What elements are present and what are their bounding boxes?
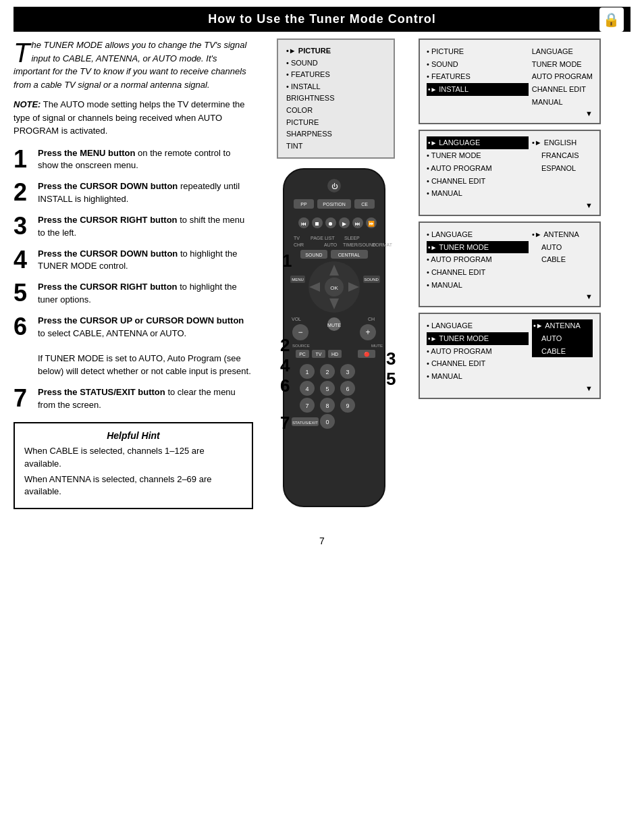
page-header: How to Use the Tuner Mode Control 🔒 (14, 7, 630, 32)
p4-channel: CHANNEL EDIT (427, 357, 529, 370)
menu-top-right: BRIGHTNESS COLOR PICTURE SHARPNESS TINT (286, 93, 340, 152)
p4-tuner: TUNER MODE (427, 332, 529, 345)
svg-text:1: 1 (305, 369, 308, 375)
step-6: 6 Press the CURSOR UP or CURSOR DOWN but… (14, 315, 253, 378)
svg-text:2: 2 (325, 369, 329, 375)
p1-picture: PICTURE (427, 45, 529, 58)
p4-r-cable: CABLE (532, 345, 593, 358)
svg-text:3: 3 (346, 369, 349, 375)
p3-r-arrow: •► ANTENNA (532, 228, 593, 241)
page-number: 7 (0, 536, 644, 546)
p1-r-language: LANGUAGE (532, 45, 593, 58)
svg-text:PAGE LIST: PAGE LIST (311, 236, 335, 240)
panel3-right: •► ANTENNA AUTO CABLE (532, 228, 593, 291)
svg-text:PC: PC (299, 352, 306, 357)
step-text-6: Press the CURSOR UP or CURSOR DOWN butto… (38, 315, 253, 378)
menu-color: COLOR (286, 105, 340, 117)
menu-brightness: BRIGHTNESS (286, 93, 340, 105)
svg-text:0: 0 (325, 419, 329, 425)
step-number-5: 5 (14, 281, 32, 305)
steps-list: 1 Press the MENU button on the remote co… (14, 147, 253, 412)
svg-text:⏺: ⏺ (328, 221, 333, 227)
svg-text:CE: CE (361, 202, 368, 207)
menu-panel-4: LANGUAGE TUNER MODE AUTO PROGRAM CHANNEL… (419, 313, 601, 398)
step-3: 3 Press the CURSOR RIGHT button to shift… (14, 214, 253, 240)
svg-text:OK: OK (330, 285, 338, 291)
svg-text:⏹: ⏹ (315, 221, 320, 227)
hint-line-2: When ANTENNA is selected, channels 2–69 … (24, 473, 242, 499)
svg-text:CH: CH (368, 317, 375, 321)
panel1-left: PICTURE SOUND FEATURES INSTALL (427, 45, 529, 108)
left-column: The TUNER MODE allows you to change the … (14, 38, 253, 515)
intro-paragraph: The TUNER MODE allows you to change the … (14, 38, 253, 91)
svg-text:7: 7 (280, 413, 290, 433)
svg-text:POSITION: POSITION (323, 202, 345, 207)
panel1-right: LANGUAGE TUNER MODE AUTO PROGRAM CHANNEL… (532, 45, 593, 108)
p2-tuner: TUNER MODE (427, 149, 529, 162)
menu-sound: SOUND (286, 57, 347, 70)
p2-auto: AUTO PROGRAM (427, 162, 529, 175)
remote-svg: ⏻ PP POSITION CE ⏮ ⏹ ⏺ ▶ (263, 162, 405, 513)
step-text-4: Press the CURSOR DOWN button to highligh… (38, 248, 253, 273)
svg-text:MUTE: MUTE (327, 323, 341, 328)
svg-text:3: 3 (386, 348, 396, 369)
p2-manual: MANUAL (427, 187, 529, 200)
svg-text:6: 6 (346, 386, 349, 392)
p1-r-tuner: TUNER MODE (532, 58, 593, 71)
menu-screenshot-top: PICTURE SOUND FEATURES INSTALL BRIGHTNES… (277, 38, 395, 159)
p1-arrow-down: ▼ (427, 109, 593, 118)
step-number-7: 7 (14, 386, 32, 411)
p2-r-es: ESPANOL (532, 162, 593, 175)
step-text-2: Press the CURSOR DOWN button repeatedly … (38, 180, 253, 206)
step-text-3: Press the CURSOR RIGHT button to shift t… (38, 214, 253, 240)
menu-panel-1: PICTURE SOUND FEATURES INSTALL LANGUAGE … (419, 38, 601, 124)
svg-text:4: 4 (305, 386, 308, 392)
header-icon: 🔒 (599, 7, 624, 32)
step-7: 7 Press the STATUS/EXIT button to clear … (14, 386, 253, 412)
p1-r-auto-prog: AUTO PROGRAM (532, 70, 593, 83)
svg-text:AUTO: AUTO (324, 242, 338, 247)
panels-column: PICTURE SOUND FEATURES INSTALL LANGUAGE … (419, 38, 601, 515)
panel4-left: LANGUAGE TUNER MODE AUTO PROGRAM CHANNEL… (427, 319, 529, 382)
svg-text:⏮: ⏮ (301, 221, 306, 227)
step-4: 4 Press the CURSOR DOWN button to highli… (14, 248, 253, 273)
step-1: 1 Press the MENU button on the remote co… (14, 147, 253, 173)
step-number-1: 1 (14, 147, 32, 172)
svg-text:CENTRAL: CENTRAL (338, 253, 360, 257)
svg-text:TIMER/SOUND: TIMER/SOUND (343, 242, 376, 247)
note-paragraph: NOTE: The AUTO mode setting helps the TV… (14, 98, 253, 138)
p1-features: FEATURES (427, 70, 529, 83)
p3-r-auto: AUTO (532, 241, 593, 254)
p3-language: LANGUAGE (427, 228, 529, 241)
svg-text:⏻: ⏻ (331, 183, 338, 190)
p2-language: LANGUAGE (427, 136, 529, 149)
step-text-5: Press the CURSOR RIGHT button to highlig… (38, 281, 253, 307)
hint-line-1: When CABLE is selected, channels 1–125 a… (24, 445, 242, 471)
svg-text:▶: ▶ (342, 221, 347, 227)
svg-text:HD: HD (331, 352, 338, 357)
menu-picture: PICTURE (286, 45, 347, 57)
p3-auto: AUTO PROGRAM (427, 253, 529, 266)
p4-auto: AUTO PROGRAM (427, 345, 529, 358)
p1-r-channel: CHANNEL EDIT (532, 83, 593, 96)
p3-channel: CHANNEL EDIT (427, 266, 529, 279)
svg-text:4: 4 (280, 355, 290, 375)
p3-r-cable: CABLE (532, 253, 593, 266)
p1-r-manual: MANUAL (532, 96, 593, 109)
svg-text:SOUND: SOUND (305, 253, 322, 257)
menu-install: INSTALL (286, 81, 347, 93)
step-5: 5 Press the CURSOR RIGHT button to highl… (14, 281, 253, 307)
helpful-hint-title: Helpful Hint (24, 430, 242, 441)
p3-tuner: TUNER MODE (427, 241, 529, 254)
right-area: PICTURE SOUND FEATURES INSTALL BRIGHTNES… (263, 38, 630, 515)
svg-text:6: 6 (280, 375, 290, 396)
p1-sound: SOUND (427, 58, 529, 71)
step-number-6: 6 (14, 315, 32, 339)
p4-arrow-down: ▼ (427, 384, 593, 392)
menu-panel-2: LANGUAGE TUNER MODE AUTO PROGRAM CHANNEL… (419, 130, 601, 215)
svg-text:MUTE: MUTE (371, 344, 383, 348)
p4-language: LANGUAGE (427, 319, 529, 332)
p1-install: INSTALL (427, 83, 529, 96)
menu-picture-r: PICTURE (286, 117, 340, 129)
step-2: 2 Press the CURSOR DOWN button repeatedl… (14, 180, 253, 206)
